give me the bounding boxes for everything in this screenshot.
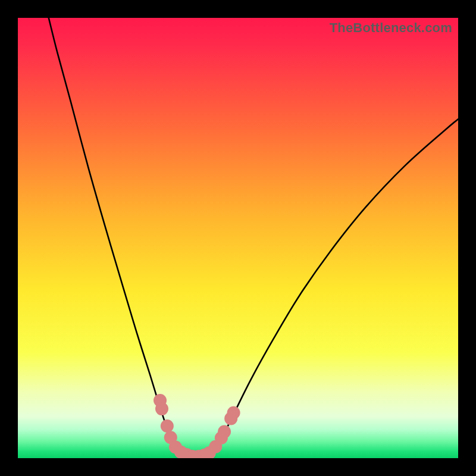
marker-dots-group [154, 394, 240, 458]
marker-dot [218, 425, 231, 439]
curve-layer [18, 18, 458, 458]
marker-dot [161, 419, 174, 433]
marker-dot [227, 406, 240, 419]
watermark-text: TheBottleneck.com [330, 20, 452, 36]
chart-frame: TheBottleneck.com [0, 0, 476, 476]
bottleneck-curve [49, 18, 458, 458]
marker-dot [155, 402, 168, 415]
plot-area: TheBottleneck.com [18, 18, 458, 458]
